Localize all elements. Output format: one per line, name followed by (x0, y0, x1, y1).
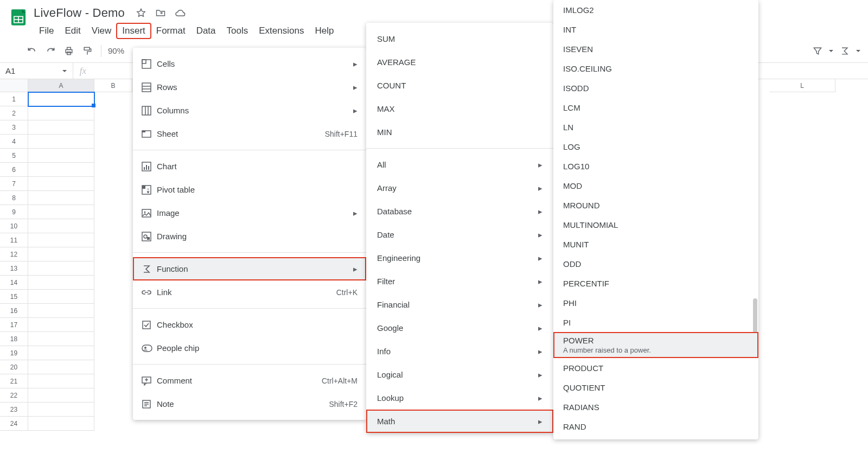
math-fn-multinomial[interactable]: MULTINOMIAL (553, 215, 758, 234)
menu-extensions[interactable]: Extensions (253, 23, 309, 39)
menu-edit[interactable]: Edit (59, 23, 86, 39)
insert-sheet[interactable]: SheetShift+F11 (133, 122, 366, 145)
row-header[interactable]: 14 (0, 276, 28, 290)
math-fn-mod[interactable]: MOD (553, 176, 758, 195)
cell[interactable] (28, 233, 94, 247)
row-header[interactable]: 12 (0, 247, 28, 261)
math-fn-phi[interactable]: PHI (553, 293, 758, 312)
cell[interactable] (28, 417, 94, 431)
insert-image[interactable]: Image▸ (133, 201, 366, 225)
row-header[interactable]: 21 (0, 374, 28, 388)
fn-financial[interactable]: Financial▸ (366, 293, 553, 316)
zoom-value[interactable]: 90% (106, 46, 126, 55)
row-header[interactable]: 17 (0, 318, 28, 332)
cell[interactable] (28, 360, 94, 374)
functions-icon[interactable] (835, 42, 854, 60)
math-fn-ln[interactable]: LN (553, 117, 758, 137)
fn-info[interactable]: Info▸ (366, 340, 553, 363)
menu-file[interactable]: File (34, 23, 59, 39)
menu-insert[interactable]: Insert (117, 23, 151, 39)
functions-dropdown-icon[interactable] (854, 42, 863, 60)
fn-database[interactable]: Database▸ (366, 200, 553, 223)
menu-format[interactable]: Format (151, 23, 191, 39)
insert-comment[interactable]: CommentCtrl+Alt+M (133, 369, 366, 392)
math-fn-power[interactable]: POWERA number raised to a power. (553, 332, 758, 358)
row-header[interactable]: 19 (0, 346, 28, 360)
sheets-logo[interactable] (8, 7, 29, 28)
filter-dropdown-icon[interactable] (827, 42, 835, 60)
cell[interactable] (28, 135, 94, 149)
paint-format-button[interactable] (78, 42, 97, 60)
insert-link[interactable]: LinkCtrl+K (133, 280, 366, 304)
cloud-status-icon[interactable] (174, 7, 187, 20)
col-header-a[interactable]: A (28, 79, 94, 92)
name-box[interactable]: A1 (0, 63, 73, 79)
cell[interactable] (28, 177, 94, 191)
insert-cells[interactable]: Cells▸ (133, 52, 366, 75)
math-fn-isodd[interactable]: ISODD (553, 78, 758, 98)
insert-drawing[interactable]: Drawing (133, 225, 366, 248)
fn-all[interactable]: All▸ (366, 153, 553, 176)
cell[interactable] (28, 191, 94, 205)
cell[interactable] (28, 120, 94, 135)
menu-view[interactable]: View (86, 23, 117, 39)
insert-chart[interactable]: Chart (133, 155, 366, 178)
row-header[interactable]: 16 (0, 304, 28, 318)
fn-min[interactable]: MIN (366, 120, 553, 144)
fn-math[interactable]: Math▸ (366, 410, 553, 433)
undo-button[interactable] (23, 42, 41, 60)
insert-function[interactable]: Function▸ (133, 257, 366, 280)
math-fn-quotient[interactable]: QUOTIENT (553, 378, 758, 397)
row-header[interactable]: 10 (0, 219, 28, 233)
math-fn-iseven[interactable]: ISEVEN (553, 39, 758, 59)
row-header[interactable]: 22 (0, 388, 28, 403)
col-header-l[interactable]: L (769, 79, 835, 92)
fn-lookup[interactable]: Lookup▸ (366, 386, 553, 410)
math-fn-iso-ceiling[interactable]: ISO.CEILING (553, 59, 758, 78)
fn-google[interactable]: Google▸ (366, 316, 553, 340)
cell[interactable] (28, 388, 94, 403)
insert-checkbox[interactable]: Checkbox (133, 313, 366, 336)
cell[interactable] (28, 247, 94, 261)
math-fn-mround[interactable]: MROUND (553, 195, 758, 215)
select-all-corner[interactable] (0, 79, 28, 92)
row-header[interactable]: 11 (0, 233, 28, 247)
redo-button[interactable] (41, 42, 60, 60)
menu-tools[interactable]: Tools (221, 23, 254, 39)
row-header[interactable]: 20 (0, 360, 28, 374)
row-header[interactable]: 5 (0, 149, 28, 163)
fn-max[interactable]: MAX (366, 97, 553, 120)
row-header[interactable]: 13 (0, 261, 28, 276)
fn-filter[interactable]: Filter▸ (366, 270, 553, 293)
row-header[interactable]: 18 (0, 332, 28, 346)
row-header[interactable]: 3 (0, 120, 28, 135)
fn-date[interactable]: Date▸ (366, 223, 553, 246)
row-header[interactable]: 9 (0, 205, 28, 219)
cell[interactable] (28, 290, 94, 304)
math-fn-rand[interactable]: RAND (553, 417, 758, 436)
math-fn-odd[interactable]: ODD (553, 254, 758, 273)
math-fn-percentif[interactable]: PERCENTIF (553, 273, 758, 293)
cell[interactable] (28, 318, 94, 332)
math-fn-log[interactable]: LOG (553, 137, 758, 156)
print-button[interactable] (60, 42, 78, 60)
math-fn-imlog2[interactable]: IMLOG2 (553, 0, 758, 20)
cell[interactable] (28, 149, 94, 163)
row-header[interactable]: 1 (0, 92, 28, 106)
cell[interactable] (28, 276, 94, 290)
fn-average[interactable]: AVERAGE (366, 50, 553, 74)
cell[interactable] (28, 346, 94, 360)
menu-help[interactable]: Help (309, 23, 339, 39)
star-icon[interactable] (135, 7, 148, 20)
menu-data[interactable]: Data (191, 23, 221, 39)
math-fn-lcm[interactable]: LCM (553, 98, 758, 117)
insert-people-chip[interactable]: People chip (133, 336, 366, 360)
row-header[interactable]: 23 (0, 403, 28, 417)
cell[interactable] (28, 163, 94, 177)
insert-columns[interactable]: Columns▸ (133, 99, 366, 122)
col-header-b[interactable]: B (94, 79, 132, 92)
cell[interactable] (28, 332, 94, 346)
fn-array[interactable]: Array▸ (366, 176, 553, 200)
insert-rows[interactable]: Rows▸ (133, 75, 366, 99)
cell[interactable] (28, 374, 94, 388)
